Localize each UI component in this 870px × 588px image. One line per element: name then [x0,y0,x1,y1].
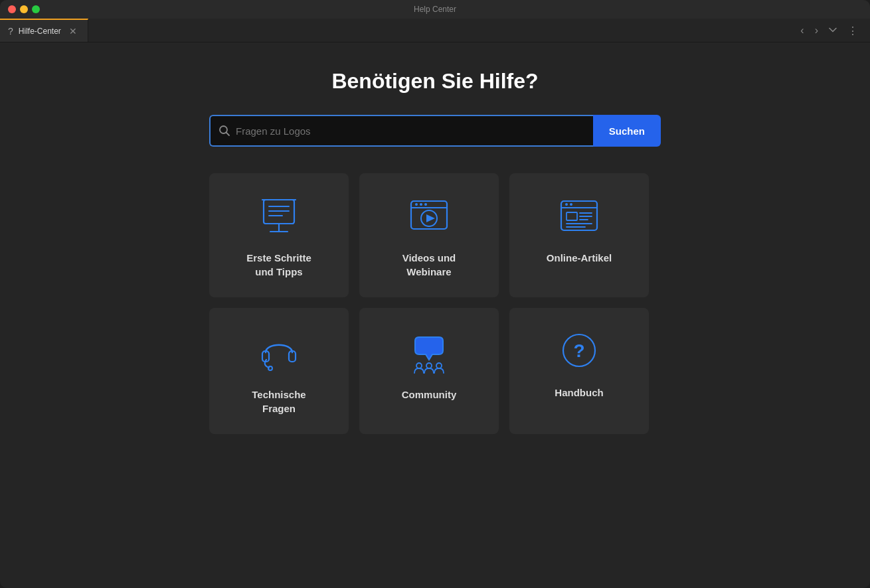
card-community[interactable]: Community [359,308,499,434]
svg-point-18 [570,203,572,206]
search-icon [218,125,230,137]
search-input-wrapper [209,115,593,147]
tab-bar: ? Hilfe-Center ✕ ‹ › ⋮ [0,19,870,42]
card-online-artikel[interactable]: Online-Artikel [509,173,649,297]
traffic-lights [8,5,40,13]
svg-point-12 [424,203,427,206]
svg-point-30 [436,363,442,368]
videos-webinare-icon [406,194,452,238]
card-label-handbuch: Handbuch [555,386,603,400]
search-button[interactable]: Suchen [593,115,661,147]
svg-text:?: ? [573,340,584,361]
card-handbuch[interactable]: ? Handbuch [509,308,649,434]
forward-button[interactable]: › [811,22,822,39]
online-artikel-icon [556,194,602,238]
technische-fragen-icon [256,329,302,374]
back-button[interactable]: ‹ [796,22,808,39]
svg-point-27 [268,366,272,370]
handbuch-icon: ? [556,329,602,372]
svg-point-17 [565,203,568,206]
minimize-button[interactable] [20,5,28,13]
window-title: Help Center [414,5,456,14]
svg-marker-14 [426,214,435,222]
nav-buttons: ‹ › ⋮ [796,21,862,39]
community-icon [406,329,452,374]
tab-hilfe-center[interactable]: ? Hilfe-Center ✕ [0,19,88,42]
svg-point-28 [416,363,422,368]
cards-grid: Erste Schritteund Tipps V [209,173,661,434]
tab-label: Hilfe-Center [19,27,61,36]
help-icon: ? [8,26,13,37]
maximize-button[interactable] [32,5,40,13]
dropdown-button[interactable] [825,25,841,36]
svg-point-29 [426,363,432,368]
tab-close-button[interactable]: ✕ [66,25,80,38]
search-input[interactable] [236,116,585,145]
svg-point-11 [420,203,422,206]
page-title: Benötigen Sie Hilfe? [331,69,538,94]
card-label-online-artikel: Online-Artikel [547,251,612,265]
close-button[interactable] [8,5,16,13]
svg-point-10 [415,203,418,206]
svg-rect-19 [566,212,577,220]
card-label-technische-fragen: TechnischeFragen [252,388,305,415]
card-technische-fragen[interactable]: TechnischeFragen [209,308,349,434]
erste-schritte-icon [256,194,302,238]
title-bar: Help Center [0,0,870,19]
card-label-erste-schritte: Erste Schritteund Tipps [246,251,311,279]
card-label-videos-webinare: Videos undWebinare [402,251,456,279]
card-videos-webinare[interactable]: Videos undWebinare [359,173,499,297]
card-erste-schritte[interactable]: Erste Schritteund Tipps [209,173,349,297]
card-label-community: Community [402,388,457,402]
main-content: Benötigen Sie Hilfe? Suchen [0,42,870,588]
more-options-button[interactable]: ⋮ [843,21,862,39]
search-bar: Suchen [209,115,661,147]
